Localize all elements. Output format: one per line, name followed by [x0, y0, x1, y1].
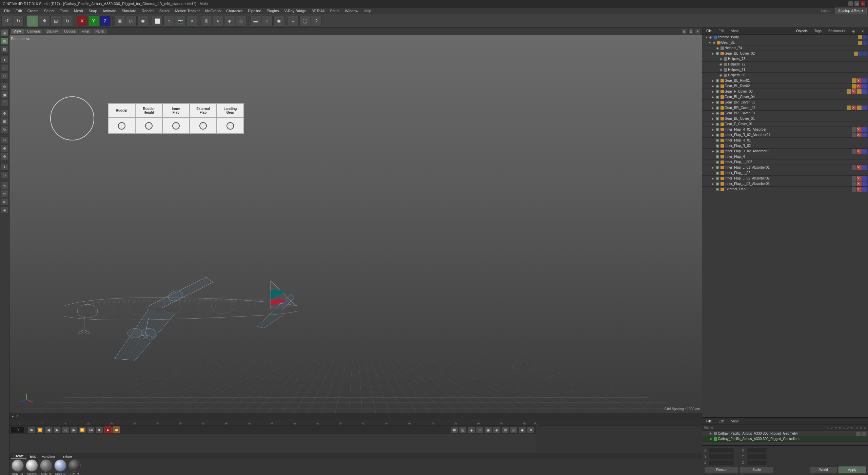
viewport-canvas[interactable]: Perspective Grid Spacing : 1000 cm X Y Z	[9, 35, 702, 413]
size-y-field[interactable]	[747, 454, 767, 459]
mat-tab-function[interactable]: Function	[39, 454, 57, 459]
obj-inner-flap-r-02-absorber02[interactable]: ▶ ▣ Inner_Flap_R_02_Absorber02 ✕	[702, 149, 868, 154]
obj-gear-f-cover-03[interactable]: ▶ ▣ Gear_F_Cover_03 ✕	[702, 89, 868, 94]
obj-gear-bl-cover-02[interactable]: ▶ ▣ Gear_BL_Cover_02	[702, 51, 868, 56]
rig-ctrl-rudder-height-knob[interactable]	[135, 118, 162, 134]
axis-z-button[interactable]: Z	[100, 16, 111, 26]
menu-vray-bridge[interactable]: V-Ray Bridge	[282, 8, 309, 14]
mat-tab-create[interactable]: Create	[11, 454, 26, 459]
scale-button[interactable]: Scale	[739, 467, 773, 473]
play-reverse-button[interactable]: ◁	[62, 426, 69, 433]
timeline-btn-5[interactable]: ◉	[485, 426, 492, 433]
obj-helpers-30[interactable]: ◈ Helpers_30	[702, 73, 868, 78]
obj-gear-bl-rim02[interactable]: ▶ ▣ Gear_BL_Rim02 ✕	[702, 83, 868, 89]
menu-mograph[interactable]: MoGraph	[202, 8, 223, 14]
scene-mode-button[interactable]: ⊡	[1, 45, 8, 53]
freeze-button[interactable]: Freeze	[704, 467, 738, 473]
menu-pipeline[interactable]: Pipeline	[245, 8, 264, 14]
move-tool-button[interactable]: ✥	[39, 16, 50, 26]
prev-key-button[interactable]: ◀	[45, 426, 52, 433]
tab-display[interactable]: Display	[44, 29, 61, 34]
menu-file[interactable]: File	[1, 8, 13, 14]
close-button[interactable]: ✕	[861, 1, 865, 6]
obj-inner-flap-l-02[interactable]: ▣ Inner_Flap_L_02	[702, 170, 868, 176]
rig-ctrl-external-flap-knob[interactable]	[190, 118, 217, 134]
axis-y-button[interactable]: Y	[88, 16, 99, 26]
viewport-window-button[interactable]: ⊞	[688, 29, 694, 34]
inner-flap-knob[interactable]	[172, 122, 180, 130]
obj-gear-bl-cover-01[interactable]: ▶ ▣ Gear_BL_Cover_01	[702, 116, 868, 121]
obj-inner-flap-l-002[interactable]: ▣ Inner_Flap_L_002	[702, 159, 868, 165]
obj-inner-flap-l-01-absorber01[interactable]: ▶ ▣ Inner_Flap_L_01_Absorber01 ✕	[702, 165, 868, 170]
stop-button[interactable]: ■	[96, 426, 103, 433]
menu-render[interactable]: Render	[139, 8, 157, 14]
menu-motion-tracker[interactable]: Motion Tracker	[172, 8, 202, 14]
rig-ctrl-inner-flap-knob[interactable]	[162, 118, 190, 134]
obj-manager-collapse-btn[interactable]: ✕	[859, 29, 867, 34]
pos-y-field[interactable]	[709, 454, 734, 459]
obj-gear-f-cover-01[interactable]: ▶ ▣ Gear_F_Cover_01	[702, 121, 868, 127]
playhead[interactable]	[20, 419, 20, 425]
poly-mode-button[interactable]: □	[1, 72, 8, 80]
point-mode-button[interactable]: ●	[1, 56, 8, 63]
undo-button[interactable]: ↺	[1, 16, 12, 26]
external-flap-knob[interactable]	[199, 122, 207, 130]
menu-character[interactable]: Character	[223, 8, 245, 14]
menu-select[interactable]: Select	[41, 8, 57, 14]
tab-view[interactable]: View	[11, 29, 24, 34]
goto-end-button[interactable]: ⏭	[87, 426, 95, 433]
obj-gear-bl[interactable]: ▼ ◈ Gear_BL	[702, 40, 868, 45]
obj-inner-flap-l-02-absorber03[interactable]: ▶ ▣ Inner_Flap_L_02_Absorber03 ✕	[702, 181, 868, 187]
tab-options[interactable]: Options	[61, 29, 78, 34]
obj-helpers-72[interactable]: ◈ Helpers_72	[702, 62, 868, 67]
render-all-button[interactable]: ◉	[137, 16, 148, 26]
obj-manager-tab-tags[interactable]: Tags	[812, 28, 824, 34]
knife-tool-button[interactable]: ✂	[1, 136, 8, 144]
spline-tool-button[interactable]: ∿	[1, 182, 8, 189]
obj-gear-br-cover-03[interactable]: ▶ ▣ Gear_BR_Cover_03	[702, 100, 868, 105]
obj-manager-tab-bookmarks[interactable]: Bookmarks	[826, 28, 848, 34]
timeline-btn-8[interactable]: ◇	[510, 426, 517, 433]
add-cube-button[interactable]: ⬜	[152, 16, 163, 26]
magnet-tool-button[interactable]: S	[1, 171, 8, 179]
material-swatch-gear[interactable]: Gear_M	[40, 459, 52, 475]
goto-start-button[interactable]: ⏮	[28, 426, 35, 433]
rectangle-sel-button[interactable]: ▣	[1, 91, 8, 98]
snap-button[interactable]: ⊞	[201, 16, 212, 26]
layout-selector[interactable]: Startup &Red.▾	[835, 7, 867, 14]
circle-control[interactable]	[50, 96, 94, 140]
mat-tab-edit[interactable]: Edit	[27, 454, 38, 459]
add-camera-button[interactable]: 📷	[175, 16, 186, 26]
live-selection-button[interactable]: ⊙	[1, 83, 8, 90]
menu-3dtoall[interactable]: 3DToAll	[309, 8, 327, 14]
rudder-height-knob[interactable]	[145, 122, 153, 130]
menu-snap[interactable]: Snap	[86, 8, 100, 14]
world-button[interactable]: World	[810, 467, 837, 473]
auto-record-button[interactable]: ⊕	[113, 426, 120, 433]
maximize-button[interactable]: □	[854, 1, 859, 6]
env-button[interactable]: ◉	[273, 16, 284, 26]
sky-button[interactable]: ⌂	[262, 16, 273, 26]
obj-manager-tab-objects[interactable]: Objects	[793, 28, 810, 34]
timeline-btn-7[interactable]: ⊞	[501, 426, 509, 433]
move-tool-left[interactable]: ✥	[1, 110, 8, 117]
deformer-button[interactable]: ◇	[236, 16, 246, 26]
minimize-button[interactable]: ─	[848, 1, 853, 6]
help-button[interactable]: ?	[311, 16, 322, 26]
menu-tools[interactable]: Tools	[57, 8, 71, 14]
menu-create[interactable]: Create	[25, 8, 41, 14]
snap-settings-button[interactable]: ⚙	[213, 16, 223, 26]
rotate-tool-left[interactable]: ↻	[1, 126, 8, 133]
menu-animate[interactable]: Animate	[100, 8, 119, 14]
tab-cameras[interactable]: Cameras	[24, 29, 44, 34]
redo-button[interactable]: ↻	[13, 16, 24, 26]
material-swatch-chrome[interactable]: Chrome	[26, 459, 38, 475]
scale-tool-button[interactable]: ⊞	[51, 16, 61, 26]
joint-tool-button[interactable]: ⊳	[1, 198, 8, 206]
menu-sculpt[interactable]: Sculpt	[157, 8, 173, 14]
obj-inner-flap-r[interactable]: ▣ Inner_Flap_R	[702, 154, 868, 159]
viewport-close-button[interactable]: ✕	[695, 29, 701, 34]
obj-helpers-74[interactable]: ◈ Helpers_74	[702, 45, 868, 51]
add-light-button[interactable]: ☀	[186, 16, 197, 26]
skin-tool-button[interactable]: ◈	[1, 206, 8, 214]
